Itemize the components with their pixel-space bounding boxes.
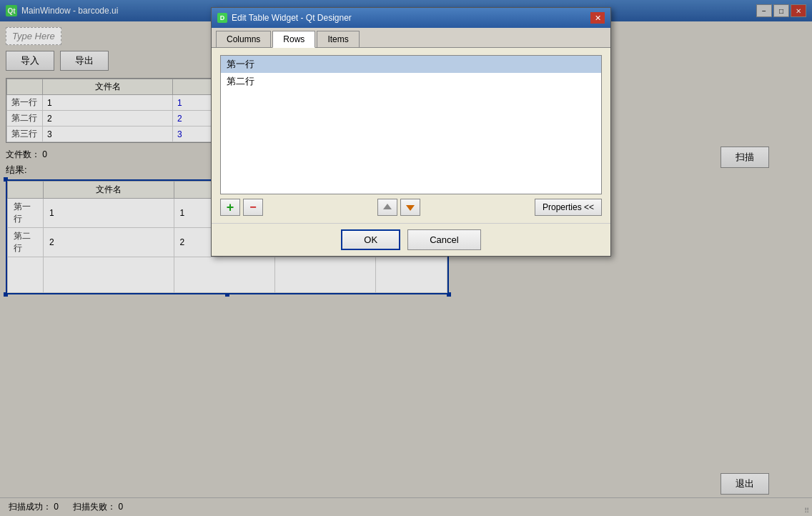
ok-button[interactable]: OK (341, 229, 400, 250)
dialog-body: 第一行 第二行 + − (212, 48, 610, 223)
dialog-toolbar: + − Properties << (220, 199, 602, 216)
dialog-overlay: D Edit Table Widget - Qt Designer ✕ Colu… (0, 0, 812, 516)
svg-marker-1 (406, 205, 415, 211)
add-row-button[interactable]: + (220, 199, 240, 216)
rows-list-box[interactable]: 第一行 第二行 (220, 55, 602, 194)
dialog-qt-icon: D (217, 13, 227, 23)
dialog-titlebar: D Edit Table Widget - Qt Designer ✕ (212, 8, 610, 28)
down-arrow-icon (405, 202, 415, 212)
list-item[interactable]: 第一行 (221, 56, 601, 73)
remove-row-button[interactable]: − (243, 199, 263, 216)
move-down-button[interactable] (400, 199, 420, 216)
move-up-button[interactable] (377, 199, 397, 216)
properties-button[interactable]: Properties << (535, 199, 602, 216)
up-arrow-icon (382, 202, 392, 212)
dialog-footer: OK Cancel (212, 223, 610, 256)
cancel-button[interactable]: Cancel (407, 229, 480, 250)
dialog-title: Edit Table Widget - Qt Designer (232, 13, 590, 23)
tab-rows[interactable]: Rows (272, 31, 315, 48)
dialog-tab-bar: Columns Rows Items (212, 28, 610, 48)
edit-table-widget-dialog: D Edit Table Widget - Qt Designer ✕ Colu… (211, 7, 611, 257)
tab-columns[interactable]: Columns (216, 31, 271, 47)
minus-icon: − (249, 201, 256, 214)
tab-items[interactable]: Items (317, 31, 359, 47)
svg-marker-0 (383, 204, 392, 209)
dialog-close-button[interactable]: ✕ (590, 12, 605, 24)
list-item[interactable]: 第二行 (221, 73, 601, 90)
plus-icon: + (227, 200, 234, 215)
